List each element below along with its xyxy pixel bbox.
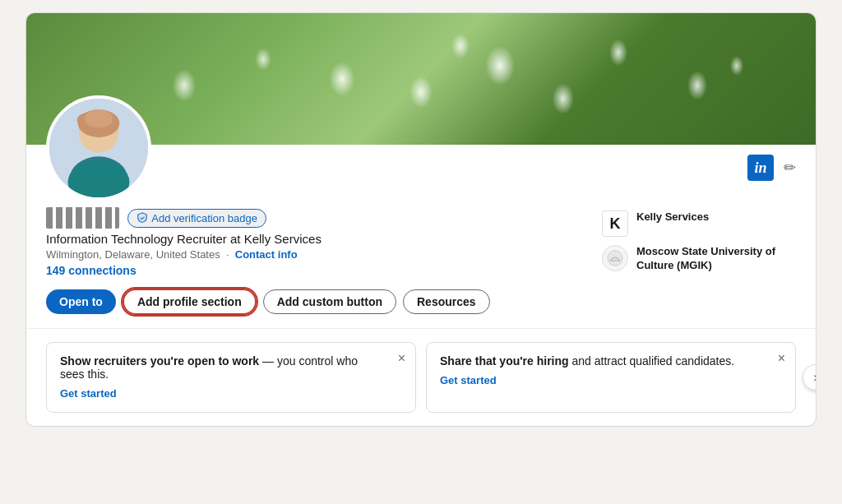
open-to-button[interactable]: Open to	[46, 289, 116, 314]
svg-point-6	[85, 109, 113, 128]
profile-left: ·tml ·.·t·s Add verification badge Infor…	[46, 207, 582, 315]
open-to-work-title-bold: Show recruiters you're open to work	[60, 354, 259, 368]
company-item-kelly: K Kelly Services	[602, 210, 796, 237]
profile-card: in ✏ ·tml ·.·t·s Add verification badge …	[26, 13, 816, 426]
hiring-card-title: Share that you're hiring and attract qua…	[440, 354, 782, 368]
next-arrow-icon: ›	[813, 370, 816, 385]
name-row: ·tml ·.·t·s Add verification badge	[46, 207, 582, 229]
profile-location: Wilmington, Delaware, United States · Co…	[46, 248, 582, 261]
avatar-image	[49, 99, 148, 197]
university-logo-icon	[607, 250, 623, 266]
open-to-work-card: × Show recruiters you're open to work — …	[46, 342, 416, 413]
avatar-wrapper	[46, 95, 151, 201]
profile-content: ·tml ·.·t·s Add verification badge Infor…	[46, 145, 796, 315]
add-verification-badge-button[interactable]: Add verification badge	[127, 209, 266, 228]
top-right-icons: in ✏	[747, 155, 796, 181]
hiring-title-dash: and attract qualified candidates.	[569, 354, 735, 368]
verification-badge-label: Add verification badge	[151, 212, 257, 224]
company-item-university: Moscow State University of Culture (MGIK…	[602, 245, 796, 273]
action-buttons: Open to Add profile section Add custom b…	[46, 289, 582, 315]
resources-button[interactable]: Resources	[403, 289, 490, 314]
location-text: Wilmington, Delaware, United States	[46, 248, 220, 261]
connections-count[interactable]: 149 connections	[46, 264, 582, 277]
shield-check-icon	[136, 212, 148, 224]
profile-area: in ✏ ·tml ·.·t·s Add verification badge …	[26, 145, 816, 328]
kelly-services-name: Kelly Services	[636, 210, 709, 224]
kelly-services-logo: K	[602, 210, 628, 237]
open-to-work-close-button[interactable]: ×	[398, 351, 405, 366]
carousel-next-button[interactable]: ›	[803, 364, 816, 391]
edit-icon[interactable]: ✏	[784, 159, 796, 177]
info-cards-row: × Show recruiters you're open to work — …	[26, 328, 816, 426]
avatar	[46, 95, 151, 201]
profile-headline: Information Technology Recruiter at Kell…	[46, 232, 582, 246]
add-custom-button-button[interactable]: Add custom button	[263, 289, 396, 314]
hiring-card: × Share that you're hiring and attract q…	[426, 342, 796, 413]
linkedin-in-text: in	[754, 160, 766, 177]
contact-info-link[interactable]: Contact info	[235, 248, 298, 261]
university-logo	[602, 245, 628, 271]
add-profile-section-button[interactable]: Add profile section	[123, 289, 257, 315]
svg-point-8	[76, 162, 122, 190]
university-name: Moscow State University of Culture (MGIK…	[636, 245, 796, 273]
hiring-title-bold: Share that you're hiring	[440, 354, 569, 368]
hiring-get-started-link[interactable]: Get started	[440, 374, 497, 386]
profile-right: K Kelly Services Moscow State University…	[582, 207, 796, 281]
hiring-card-close-button[interactable]: ×	[778, 351, 785, 366]
open-to-work-get-started-link[interactable]: Get started	[60, 387, 117, 400]
profile-name: ·tml ·.·t·s	[46, 207, 119, 229]
svg-point-9	[608, 251, 622, 266]
linkedin-in-badge: in	[747, 155, 774, 181]
open-to-work-card-title: Show recruiters you're open to work — yo…	[60, 354, 402, 381]
